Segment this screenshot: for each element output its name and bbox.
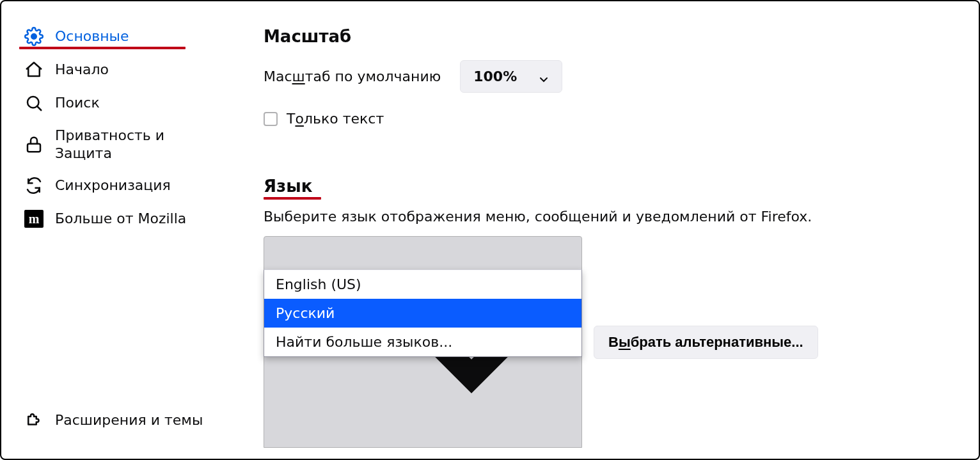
svg-point-0 [31,34,36,39]
language-option-english[interactable]: English (US) [264,270,581,299]
sync-icon [24,176,43,195]
zoom-section-title: Масштаб [264,27,960,46]
sidebar-item-label: Синхронизация [55,177,171,194]
chevron-down-icon [539,72,549,82]
zoom-default-value: 100% [473,68,517,84]
gear-icon [24,27,43,46]
language-select[interactable]: Русский English (US) Русский Найти больш… [264,236,582,448]
mozilla-icon: m [24,209,43,228]
sidebar-item-label: Поиск [55,94,100,112]
sidebar-item-label: Больше от Mozilla [55,210,186,228]
sidebar-item-label: Приватность и Защита [55,127,224,162]
zoom-text-only-label: Только текст [287,111,384,127]
sidebar-item-search[interactable]: Поиск [24,87,224,120]
sidebar-item-extensions[interactable]: Расширения и темы [24,404,224,446]
zoom-text-only-checkbox[interactable] [264,112,278,126]
search-icon [24,93,43,113]
language-option-russian[interactable]: Русский [264,299,581,328]
sidebar-item-home[interactable]: Начало [24,54,224,87]
settings-sidebar: Основные Начало Поиск [1,1,238,459]
sidebar-item-general[interactable]: Основные [24,20,224,54]
home-icon [24,60,43,79]
svg-rect-3 [28,143,40,152]
lock-icon [24,135,43,154]
sidebar-item-label: Начало [55,61,109,79]
zoom-default-select[interactable]: 100% [460,60,562,93]
zoom-default-row: Масштаб по умолчанию 100% [264,60,960,93]
settings-main: Масштаб Масштаб по умолчанию 100% Только… [238,1,979,459]
zoom-default-label: Масштаб по умолчанию [264,68,441,84]
language-description: Выберите язык отображения меню, сообщени… [264,209,960,225]
language-option-find-more[interactable]: Найти больше языков... [264,328,581,356]
zoom-text-only-row[interactable]: Только текст [264,111,960,127]
svg-line-2 [37,106,41,110]
sidebar-item-privacy[interactable]: Приватность и Защита [24,120,224,170]
language-dropdown: English (US) Русский Найти больше языков… [264,269,582,357]
sidebar-item-label: Основные [55,28,129,45]
language-section-title: Язык [264,177,312,196]
sidebar-item-sync[interactable]: Синхронизация [24,170,224,203]
sidebar-item-label: Расширения и темы [55,412,203,428]
sidebar-item-mozilla[interactable]: m Больше от Mozilla [24,203,224,236]
choose-alternatives-button[interactable]: Выбрать альтернативные... [594,326,818,359]
puzzle-icon [24,410,43,429]
